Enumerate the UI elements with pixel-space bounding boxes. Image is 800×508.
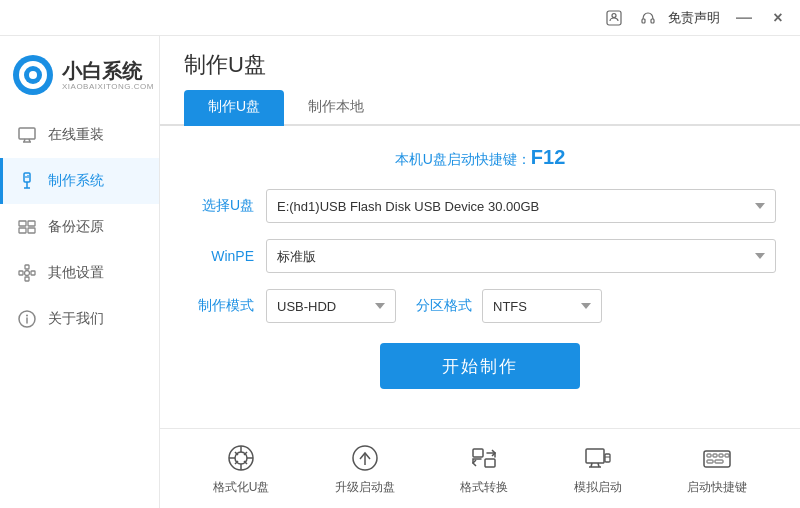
svg-rect-38 [485, 459, 495, 467]
svg-rect-18 [19, 228, 26, 233]
bottom-upgrade-boot-label: 升级启动盘 [335, 479, 395, 496]
svg-rect-23 [31, 271, 35, 275]
sidebar-item-backup-restore[interactable]: 备份还原 [0, 204, 159, 250]
start-button[interactable]: 开始制作 [380, 343, 580, 389]
tab-make-local[interactable]: 制作本地 [284, 90, 388, 126]
mode-select[interactable]: USB-HDD [266, 289, 396, 323]
bottom-boot-shortcut[interactable]: 启动快捷键 [687, 442, 747, 496]
winpe-select[interactable]: 标准版 [266, 239, 776, 273]
free-label[interactable]: 免责声明 [668, 9, 720, 27]
sidebar-item-label: 其他设置 [48, 264, 104, 282]
simulate-icon [582, 442, 614, 474]
keyboard-icon [701, 442, 733, 474]
format-icon [225, 442, 257, 474]
bottom-format-convert-label: 格式转换 [460, 479, 508, 496]
winpe-label: WinPE [184, 248, 254, 264]
sidebar-item-label: 制作系统 [48, 172, 104, 190]
svg-rect-50 [715, 460, 723, 463]
app-container: 小白系统 XIAOBAIXITONG.COM 在线重装 [0, 36, 800, 508]
usb-select-row: 选择U盘 E:(hd1)USB Flash Disk USB Device 30… [184, 189, 776, 223]
backup-icon [16, 216, 38, 238]
sidebar-item-label: 在线重装 [48, 126, 104, 144]
usb-icon [16, 170, 38, 192]
bottom-boot-shortcut-label: 启动快捷键 [687, 479, 747, 496]
bottom-simulate-boot-label: 模拟启动 [574, 479, 622, 496]
partition-label: 分区格式 [416, 297, 472, 315]
logo-area: 小白系统 XIAOBAIXITONG.COM [0, 46, 159, 112]
bottom-simulate-boot[interactable]: 模拟启动 [574, 442, 622, 496]
user-icon[interactable] [600, 4, 628, 32]
svg-rect-12 [24, 173, 30, 182]
svg-rect-20 [28, 228, 35, 233]
titlebar: 免责声明 — × [0, 0, 800, 36]
svg-rect-21 [25, 265, 29, 269]
bottom-format-usb-label: 格式化U盘 [213, 479, 270, 496]
bottom-upgrade-boot[interactable]: 升级启动盘 [335, 442, 395, 496]
shortcut-key: F12 [531, 146, 565, 168]
svg-rect-48 [719, 454, 723, 457]
svg-point-1 [612, 13, 616, 17]
bottom-toolbar: 格式化U盘 升级启动盘 [160, 428, 800, 508]
shortcut-hint: 本机U盘启动快捷键：F12 [184, 146, 776, 169]
svg-rect-24 [25, 277, 29, 281]
sidebar-item-online-reinstall[interactable]: 在线重装 [0, 112, 159, 158]
convert-icon [468, 442, 500, 474]
svg-point-7 [29, 71, 37, 79]
page-title: 制作U盘 [160, 36, 800, 90]
svg-rect-37 [473, 449, 483, 457]
partition-select[interactable]: NTFS [482, 289, 602, 323]
svg-rect-2 [642, 19, 645, 23]
sidebar-item-other-settings[interactable]: 其他设置 [0, 250, 159, 296]
svg-rect-19 [28, 221, 35, 226]
mode-label: 制作模式 [184, 297, 254, 315]
close-button[interactable]: × [764, 4, 792, 32]
svg-rect-51 [725, 454, 729, 457]
logo-text: 小白系统 XIAOBAIXITONG.COM [62, 60, 154, 91]
svg-rect-46 [707, 454, 711, 457]
logo-name: 小白系统 [62, 60, 154, 82]
headset-icon[interactable] [634, 4, 662, 32]
svg-rect-39 [586, 449, 604, 463]
svg-rect-43 [605, 454, 610, 462]
logo-icon [12, 54, 54, 96]
mode-row: 制作模式 USB-HDD 分区格式 NTFS [184, 289, 776, 323]
sidebar-item-label: 关于我们 [48, 310, 104, 328]
shortcut-prefix: 本机U盘启动快捷键： [395, 151, 531, 167]
monitor-icon [16, 124, 38, 146]
upgrade-icon [349, 442, 381, 474]
svg-rect-49 [707, 460, 713, 463]
info-icon [16, 308, 38, 330]
sidebar-item-label: 备份还原 [48, 218, 104, 236]
logo-sub: XIAOBAIXITONG.COM [62, 82, 154, 91]
svg-rect-17 [19, 221, 26, 226]
usb-select[interactable]: E:(hd1)USB Flash Disk USB Device 30.00GB [266, 189, 776, 223]
sidebar: 小白系统 XIAOBAIXITONG.COM 在线重装 [0, 36, 160, 508]
tab-make-usb[interactable]: 制作U盘 [184, 90, 284, 126]
main-content: 制作U盘 制作U盘 制作本地 本机U盘启动快捷键：F12 选择U盘 E:(hd1… [160, 36, 800, 508]
svg-point-25 [25, 271, 30, 276]
settings-icon [16, 262, 38, 284]
svg-point-28 [26, 315, 28, 317]
winpe-select-row: WinPE 标准版 [184, 239, 776, 273]
minimize-button[interactable]: — [730, 4, 758, 32]
sidebar-item-about-us[interactable]: 关于我们 [0, 296, 159, 342]
tabs: 制作U盘 制作本地 [160, 90, 800, 126]
svg-rect-45 [704, 451, 730, 467]
sidebar-item-make-system[interactable]: 制作系统 [0, 158, 159, 204]
form-area: 本机U盘启动快捷键：F12 选择U盘 E:(hd1)USB Flash Disk… [160, 126, 800, 428]
svg-rect-47 [713, 454, 717, 457]
usb-label: 选择U盘 [184, 197, 254, 215]
bottom-format-convert[interactable]: 格式转换 [460, 442, 508, 496]
svg-rect-8 [19, 128, 35, 139]
svg-rect-3 [651, 19, 654, 23]
svg-rect-22 [19, 271, 23, 275]
titlebar-icons: 免责声明 — × [600, 4, 792, 32]
bottom-format-usb[interactable]: 格式化U盘 [213, 442, 270, 496]
